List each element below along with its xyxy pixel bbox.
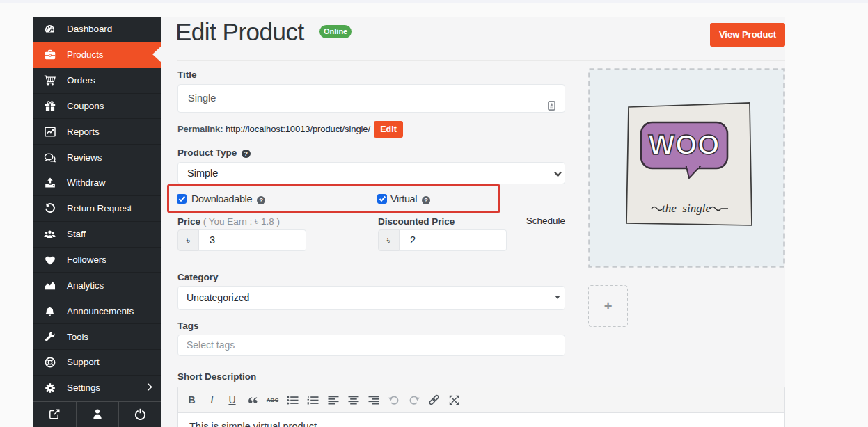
svg-text:WOO: WOO bbox=[649, 129, 720, 160]
svg-text:the single: the single bbox=[662, 202, 711, 215]
